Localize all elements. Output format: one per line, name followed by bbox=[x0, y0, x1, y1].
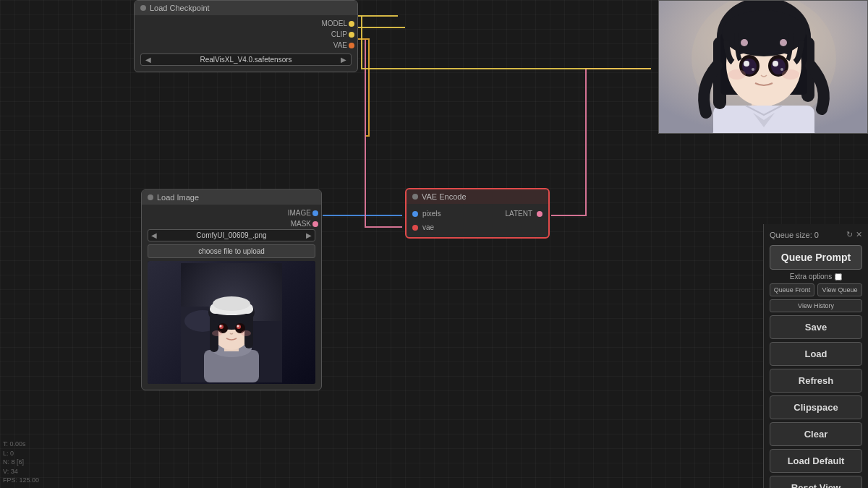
output-image-panel bbox=[658, 0, 868, 134]
svg-point-16 bbox=[213, 296, 250, 311]
load-default-button[interactable]: Load Default bbox=[770, 449, 862, 473]
extra-options-row: Extra options bbox=[770, 273, 862, 281]
anime-girl-illustration bbox=[181, 263, 282, 382]
node-load-image: Load Image IMAGE MASK ◀ ComfyUI_00609_.p… bbox=[141, 189, 322, 390]
svg-point-36 bbox=[741, 39, 748, 46]
queue-size-label: Queue size: 0 bbox=[770, 231, 819, 239]
port-mask-dot bbox=[312, 221, 318, 227]
upload-button[interactable]: choose file to upload bbox=[148, 244, 315, 258]
node-vae-encode-status-dot bbox=[412, 194, 418, 200]
port-image-label: IMAGE bbox=[288, 209, 311, 217]
svg-point-24 bbox=[241, 330, 251, 336]
ckpt-selector[interactable]: ◀ RealVisXL_V4.0.safetensors ▶ bbox=[140, 53, 352, 66]
image-preview bbox=[148, 261, 315, 384]
port-mask-row: MASK bbox=[148, 218, 315, 229]
port-model-dot bbox=[349, 21, 354, 27]
status-v: V: 34 bbox=[3, 467, 39, 476]
image-preview-inner bbox=[148, 261, 315, 384]
node-checkpoint-label: Load Checkpoint bbox=[150, 4, 210, 12]
clipspace-button[interactable]: Clipspace bbox=[770, 395, 862, 419]
port-clip-row: CLIP bbox=[140, 29, 352, 40]
node-vae-encode: VAE Encode pixels LATENT vae bbox=[405, 188, 550, 239]
node-checkpoint-title: Load Checkpoint bbox=[135, 1, 357, 15]
port-model-label: MODEL bbox=[321, 20, 347, 27]
ckpt-arrow-left[interactable]: ◀ bbox=[145, 56, 151, 64]
upload-label: choose file to upload bbox=[198, 247, 265, 255]
node-load-image-title: Load Image bbox=[142, 190, 321, 205]
port-model-row: MODEL bbox=[140, 18, 352, 29]
output-portrait bbox=[659, 1, 868, 134]
svg-point-46 bbox=[728, 69, 746, 80]
queue-header-icons: ↻ ✕ bbox=[846, 230, 862, 239]
status-bar: T: 0.00s L: 0 N: 8 [6] V: 34 FPS: 125.00 bbox=[3, 440, 39, 485]
node-load-image-label: Load Image bbox=[157, 193, 199, 202]
svg-point-47 bbox=[782, 69, 799, 80]
reset-view-button[interactable]: Reset View bbox=[770, 476, 862, 488]
ckpt-name-display: RealVisXL_V4.0.safetensors bbox=[151, 56, 341, 64]
node-load-checkpoint: Load Checkpoint MODEL CLIP VAE ◀ RealVis… bbox=[134, 0, 358, 72]
extra-options-label: Extra options bbox=[790, 273, 832, 281]
view-queue-button[interactable]: View Queue bbox=[817, 283, 862, 296]
image-arrow-left[interactable]: ◀ bbox=[151, 231, 157, 239]
port-vae-row: VAE bbox=[140, 40, 352, 51]
port-vae-in-dot bbox=[412, 225, 418, 231]
status-n: N: 8 [6] bbox=[3, 458, 39, 467]
right-panel: Queue size: 0 ↻ ✕ Queue Prompt Extra opt… bbox=[763, 224, 868, 488]
sub-buttons-row1: Queue Front View Queue bbox=[770, 283, 862, 296]
image-arrow-right[interactable]: ▶ bbox=[306, 231, 312, 239]
svg-point-37 bbox=[780, 39, 787, 46]
close-icon[interactable]: ✕ bbox=[856, 230, 862, 239]
port-latent-dot bbox=[537, 211, 542, 217]
svg-point-35 bbox=[722, 10, 806, 56]
port-pixels-label: pixels bbox=[422, 210, 441, 218]
svg-point-23 bbox=[212, 330, 222, 336]
clear-button[interactable]: Clear bbox=[770, 422, 862, 446]
node-vae-encode-label: VAE Encode bbox=[422, 192, 467, 201]
port-vae-label: VAE bbox=[333, 41, 347, 49]
view-history-button[interactable]: View History bbox=[770, 299, 862, 312]
image-selector[interactable]: ◀ ComfyUI_00609_.png ▶ bbox=[148, 229, 315, 241]
port-pixels-dot bbox=[412, 211, 418, 217]
port-image-row: IMAGE bbox=[148, 207, 315, 218]
port-vae-in-label: vae bbox=[422, 223, 434, 231]
save-button[interactable]: Save bbox=[770, 315, 862, 339]
status-l: L: 0 bbox=[3, 449, 39, 458]
refresh-icon[interactable]: ↻ bbox=[846, 230, 853, 239]
queue-prompt-button[interactable]: Queue Prompt bbox=[770, 245, 862, 270]
queue-header: Queue size: 0 ↻ ✕ bbox=[770, 230, 862, 239]
queue-front-button[interactable]: Queue Front bbox=[770, 283, 814, 296]
refresh-button[interactable]: Refresh bbox=[770, 369, 862, 393]
svg-point-44 bbox=[752, 68, 754, 71]
port-clip-label: CLIP bbox=[331, 30, 347, 38]
image-filename: ComfyUI_00609_.png bbox=[157, 231, 306, 239]
status-fps: FPS: 125.00 bbox=[3, 476, 39, 485]
port-latent-label: LATENT bbox=[505, 210, 532, 218]
port-mask-label: MASK bbox=[291, 220, 311, 228]
port-clip-dot bbox=[349, 32, 354, 38]
svg-point-21 bbox=[220, 325, 222, 327]
ckpt-arrow-right[interactable]: ▶ bbox=[341, 56, 346, 64]
node-load-image-status-dot bbox=[148, 194, 153, 200]
node-vae-encode-title: VAE Encode bbox=[407, 189, 548, 204]
extra-options-checkbox[interactable] bbox=[835, 273, 842, 281]
port-vae-dot bbox=[349, 43, 354, 48]
svg-point-42 bbox=[744, 61, 749, 67]
port-image-dot bbox=[312, 210, 318, 216]
node-checkpoint-status-dot bbox=[140, 5, 146, 11]
svg-point-22 bbox=[237, 325, 239, 327]
svg-point-45 bbox=[780, 68, 783, 71]
status-t: T: 0.00s bbox=[3, 440, 39, 449]
svg-point-43 bbox=[773, 61, 778, 67]
load-button[interactable]: Load bbox=[770, 342, 862, 366]
